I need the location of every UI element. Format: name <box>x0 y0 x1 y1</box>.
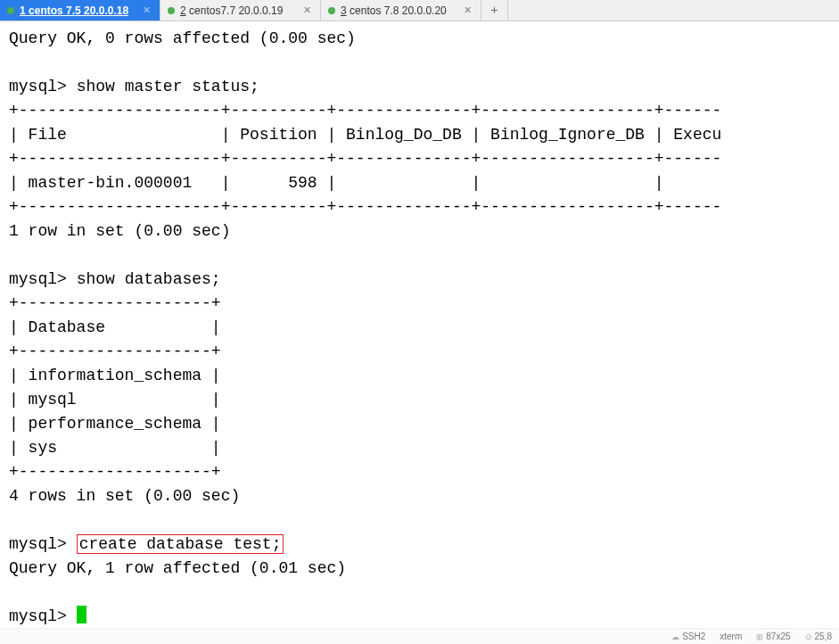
status-dot-icon <box>7 7 14 14</box>
tab-text: centos7.7 20.0.0.19 <box>189 4 283 17</box>
target-icon: ⊙ <box>805 632 812 641</box>
table-row: | performance_schema | <box>9 415 221 433</box>
prompt: mysql> <box>9 270 77 288</box>
prompt: mysql> <box>9 535 77 553</box>
tab-centos75[interactable]: 1 centos 7.5 20.0.0.18 ✕ <box>0 0 160 21</box>
status-terminal-type: xterm <box>720 632 742 641</box>
tab-centos77[interactable]: 2 centos7.7 20.0.0.19 ✕ <box>160 0 321 21</box>
status-protocol: ☁SSH2 <box>671 632 705 641</box>
tab-label: 1 centos 7.5 20.0.0.18 <box>20 4 128 17</box>
table-row: | master-bin.000001 | 598 | | | <box>9 174 664 192</box>
status-size: ⊞87x25 <box>756 632 790 641</box>
query-ok-line: Query OK, 0 rows affected (0.00 sec) <box>9 29 356 47</box>
tab-text: centos 7.5 20.0.0.18 <box>29 4 128 17</box>
table-header: | File | Position | Binlog_Do_DB | Binlo… <box>9 126 721 144</box>
table-border: +--------------------+ <box>9 463 221 481</box>
tab-number: 3 <box>341 4 347 17</box>
status-dot-icon <box>168 7 175 14</box>
table-border: +--------------------+ <box>9 294 221 312</box>
tab-text: centos 7.8 20.0.0.20 <box>350 4 447 17</box>
status-text: xterm <box>720 632 742 641</box>
cmd-show-databases: show databases; <box>77 270 221 288</box>
table-row: | sys | <box>9 439 221 457</box>
tab-label: 3 centos 7.8 20.0.0.20 <box>341 4 447 17</box>
result-line: 4 rows in set (0.00 sec) <box>9 487 240 505</box>
cloud-icon: ☁ <box>671 632 679 641</box>
status-text: 25,8 <box>815 632 832 641</box>
tab-bar: 1 centos 7.5 20.0.0.18 ✕ 2 centos7.7 20.… <box>0 0 839 21</box>
status-text: SSH2 <box>682 632 705 641</box>
table-border: +---------------------+----------+------… <box>9 198 721 216</box>
result-line: 1 row in set (0.00 sec) <box>9 222 230 240</box>
status-dot-icon <box>328 7 335 14</box>
cmd-show-master-status: show master status; <box>77 78 259 95</box>
table-border: +--------------------+ <box>9 343 221 360</box>
grid-icon: ⊞ <box>756 632 763 641</box>
table-border: +---------------------+----------+------… <box>9 102 721 120</box>
terminal-output[interactable]: Query OK, 0 rows affected (0.00 sec) mys… <box>0 21 839 634</box>
table-row: | information_schema | <box>9 367 221 384</box>
close-icon[interactable]: ✕ <box>141 4 152 16</box>
close-icon[interactable]: ✕ <box>462 4 473 16</box>
status-position: ⊙25,8 <box>805 632 832 641</box>
tab-centos78[interactable]: 3 centos 7.8 20.0.0.20 ✕ <box>321 0 481 21</box>
cursor-icon <box>77 606 86 623</box>
highlighted-command: create database test; <box>77 534 284 554</box>
tab-label: 2 centos7.7 20.0.0.19 <box>180 4 283 17</box>
table-header: | Database | <box>9 318 221 336</box>
status-text: 87x25 <box>766 632 790 641</box>
close-icon[interactable]: ✕ <box>301 4 313 16</box>
table-border: +---------------------+----------+------… <box>9 150 721 168</box>
prompt: mysql> <box>9 78 77 95</box>
add-tab-button[interactable]: + <box>481 0 508 21</box>
status-bar: ☁SSH2 xterm ⊞87x25 ⊙25,8 <box>0 628 839 644</box>
result-line: Query OK, 1 row affected (0.01 sec) <box>9 559 346 577</box>
prompt: mysql> <box>9 607 77 625</box>
table-row: | mysql | <box>9 391 221 409</box>
tab-number: 1 <box>20 4 26 17</box>
tab-number: 2 <box>180 4 186 17</box>
